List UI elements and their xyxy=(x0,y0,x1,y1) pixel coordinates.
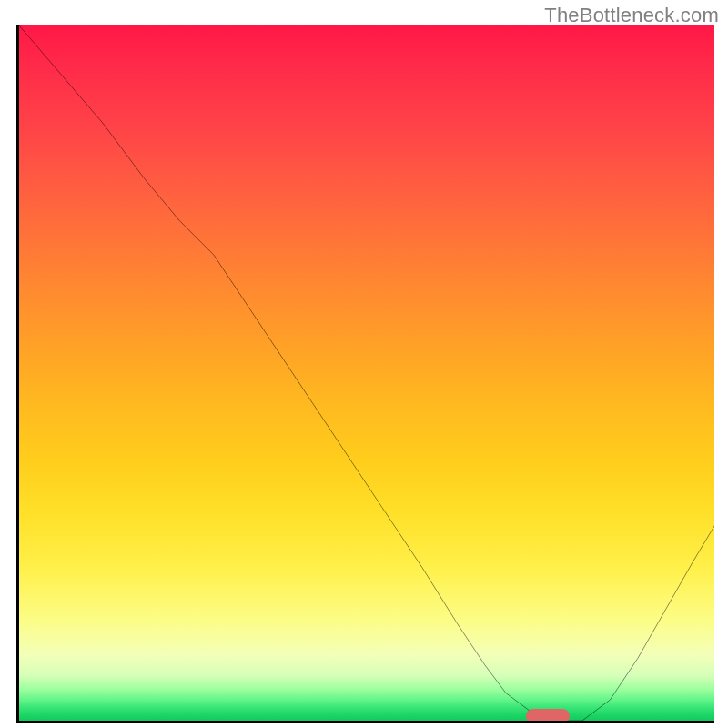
optimal-marker xyxy=(526,709,570,723)
line-series xyxy=(19,25,714,721)
plot-area xyxy=(16,25,714,723)
bottleneck-curve-path xyxy=(19,25,714,721)
chart-container: TheBottleneck.com xyxy=(0,0,728,728)
attribution-text: TheBottleneck.com xyxy=(544,4,719,27)
